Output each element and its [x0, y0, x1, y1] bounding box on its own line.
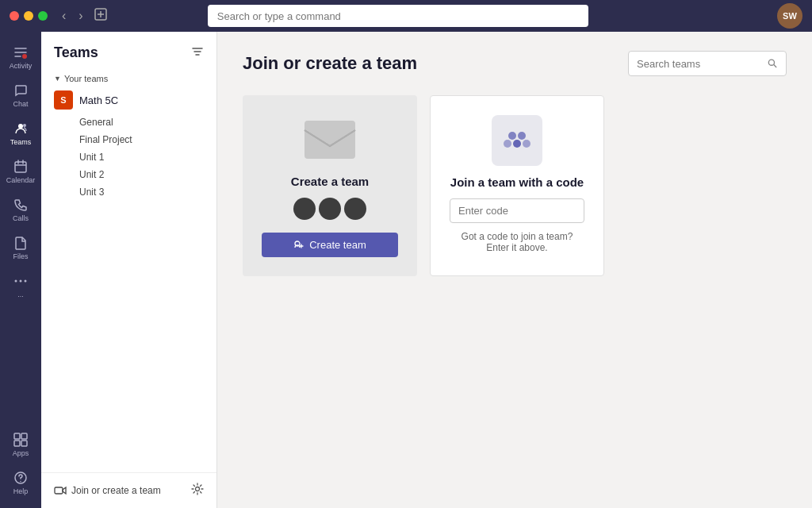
teams-panel: Teams ▼ Your teams S Math 5C ••• General…	[41, 32, 217, 508]
teams-list: ▼ Your teams S Math 5C ••• General Final…	[41, 67, 216, 472]
sidebar-item-more[interactable]: ...	[0, 267, 41, 305]
activity-label: Activity	[10, 62, 33, 70]
compose-button[interactable]	[88, 6, 113, 25]
svg-point-19	[508, 132, 516, 140]
minimize-button[interactable]	[24, 11, 33, 21]
close-button[interactable]	[10, 11, 19, 21]
help-label: Help	[13, 487, 29, 495]
person-icon-2	[319, 198, 341, 220]
team-avatar-math5c: S	[54, 90, 73, 110]
search-teams-input[interactable]	[637, 58, 763, 70]
sidebar-item-apps[interactable]: Apps	[0, 425, 41, 464]
search-icon	[768, 58, 778, 69]
nav-buttons: ‹ ›	[57, 7, 88, 25]
more-label: ...	[17, 291, 24, 298]
your-teams-text: Your teams	[64, 74, 108, 83]
channel-name-general: General	[79, 117, 113, 128]
sidebar-item-help[interactable]: Help	[0, 464, 41, 502]
join-create-label: Join or create a team	[71, 485, 161, 496]
global-search-input[interactable]	[217, 10, 579, 22]
team-name-math5c: Math 5C	[79, 94, 118, 106]
traffic-lights	[10, 11, 48, 21]
channel-name-unit1: Unit 1	[79, 152, 104, 163]
svg-point-3	[23, 124, 26, 127]
person-icon-1	[293, 198, 316, 220]
svg-rect-8	[14, 433, 20, 439]
search-teams-box[interactable]	[628, 51, 787, 76]
maximize-button[interactable]	[38, 11, 48, 21]
create-team-btn-label: Create team	[309, 239, 366, 251]
back-button[interactable]: ‹	[57, 7, 71, 25]
chevron-down-icon: ▼	[54, 75, 61, 83]
join-team-title: Join a team with a code	[450, 175, 584, 189]
page-title: Join or create a team	[243, 53, 417, 74]
join-create-team-button[interactable]: Join or create a team	[54, 484, 161, 497]
filter-button[interactable]	[191, 45, 204, 61]
create-team-icon-area	[298, 114, 362, 165]
svg-rect-10	[14, 441, 20, 446]
main-content: Join or create a team Create a team	[217, 32, 812, 508]
sidebar: Activity Chat Teams Calendar Calls Files	[0, 32, 41, 508]
cards-container: Create a team Create team	[243, 95, 787, 276]
channel-item-finalproject[interactable]: Final Project	[41, 131, 216, 148]
teams-panel-title: Teams	[54, 44, 98, 61]
svg-point-6	[20, 280, 22, 283]
calls-label: Calls	[13, 214, 29, 222]
join-team-icon-area	[492, 115, 542, 166]
channel-name-unit2: Unit 2	[79, 169, 104, 180]
user-avatar[interactable]: SW	[777, 3, 802, 29]
apps-label: Apps	[13, 449, 29, 457]
svg-rect-17	[304, 121, 355, 159]
sidebar-item-chat[interactable]: Chat	[0, 76, 41, 114]
svg-point-5	[15, 280, 17, 283]
teams-panel-header: Teams	[41, 32, 216, 67]
create-team-button[interactable]: Create team	[262, 233, 398, 257]
settings-button[interactable]	[191, 483, 204, 498]
svg-point-23	[523, 140, 530, 148]
titlebar: ‹ › SW	[0, 0, 812, 32]
svg-rect-14	[55, 487, 63, 494]
channel-name-finalproject: Final Project	[79, 134, 132, 145]
create-team-card: Create a team Create team	[243, 95, 417, 276]
team-item-math5c[interactable]: S Math 5C •••	[41, 87, 216, 114]
forward-button[interactable]: ›	[74, 7, 87, 25]
app-body: Activity Chat Teams Calendar Calls Files	[0, 32, 812, 508]
svg-rect-11	[21, 441, 27, 446]
join-team-card: Join a team with a code Got a code to jo…	[430, 95, 604, 276]
people-icons	[293, 198, 366, 220]
teams-panel-footer: Join or create a team	[41, 472, 216, 508]
channel-name-unit3: Unit 3	[79, 187, 104, 198]
sidebar-item-activity[interactable]: Activity	[0, 38, 41, 76]
svg-rect-4	[15, 162, 26, 172]
svg-point-7	[25, 280, 27, 283]
channel-item-unit3[interactable]: Unit 3	[41, 183, 216, 201]
sidebar-item-teams[interactable]: Teams	[0, 114, 41, 152]
chat-label: Chat	[13, 100, 28, 108]
svg-point-21	[513, 140, 521, 148]
main-header: Join or create a team	[243, 51, 787, 76]
join-hint-text: Got a code to join a team? Enter it abov…	[450, 231, 584, 253]
sidebar-item-files[interactable]: Files	[0, 229, 41, 267]
svg-rect-9	[21, 433, 27, 439]
join-team-icon	[503, 126, 531, 155]
sidebar-item-calendar[interactable]: Calendar	[0, 152, 41, 190]
svg-point-13	[20, 481, 21, 483]
svg-point-22	[504, 140, 511, 148]
svg-point-20	[518, 132, 526, 140]
svg-point-2	[18, 124, 23, 129]
channel-item-general[interactable]: General	[41, 114, 216, 131]
create-team-illustration	[298, 114, 362, 165]
svg-point-16	[769, 60, 775, 65]
files-label: Files	[13, 252, 28, 260]
svg-point-1	[22, 54, 27, 59]
svg-point-15	[196, 487, 200, 491]
global-search-bar[interactable]	[208, 5, 588, 27]
person-icon-3	[344, 198, 366, 220]
create-team-btn-icon	[293, 240, 304, 251]
sidebar-item-calls[interactable]: Calls	[0, 190, 41, 229]
teams-label: Teams	[10, 138, 32, 146]
channel-item-unit1[interactable]: Unit 1	[41, 148, 216, 166]
your-teams-label[interactable]: ▼ Your teams	[41, 71, 216, 87]
channel-item-unit2[interactable]: Unit 2	[41, 166, 216, 183]
team-code-input[interactable]	[450, 198, 584, 223]
